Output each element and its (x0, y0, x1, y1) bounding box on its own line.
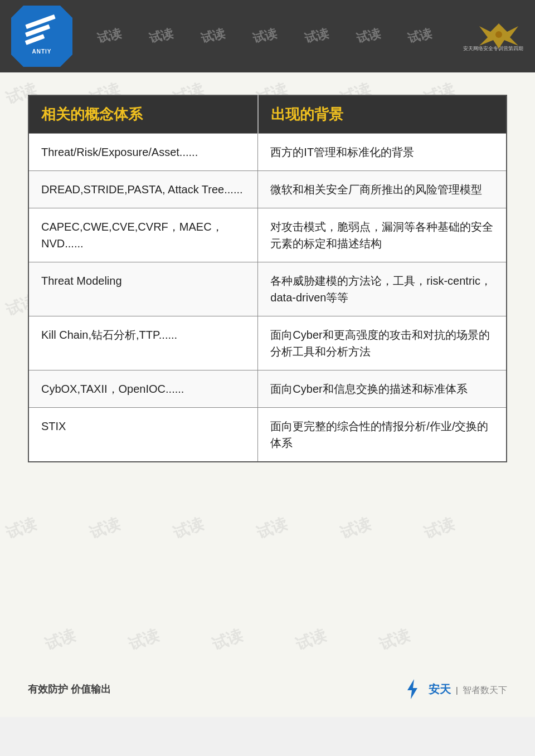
table-row: Threat/Risk/Exposure/Asset......西方的IT管理和… (28, 134, 507, 171)
cell-left-2: CAPEC,CWE,CVE,CVRF，MAEC，NVD...... (28, 208, 258, 262)
cell-right-4: 面向Cyber和更高强度的攻击和对抗的场景的分析工具和分析方法 (258, 316, 507, 370)
table-row: STIX面向更完整的综合性的情报分析/作业/交换的体系 (28, 408, 507, 462)
right-logo-icon (476, 21, 510, 43)
wm-24: 试读 (170, 514, 207, 544)
watermark-7: 试读 (406, 25, 434, 47)
col1-header: 相关的概念体系 (28, 95, 258, 134)
table-row: CybOX,TAXII，OpenIOC......面向Cyber和信息交换的描述… (28, 370, 507, 408)
watermark-5: 试读 (303, 25, 330, 47)
antiy-label: ANTIY (32, 48, 52, 55)
wm-28: 试读 (42, 625, 79, 656)
cell-left-5: CybOX,TAXII，OpenIOC...... (28, 370, 258, 408)
cell-left-3: Threat Modeling (28, 262, 258, 316)
header: ANTIY 试读 试读 试读 试读 试读 试读 试读 安天网络安全专训营第四期 (0, 0, 535, 72)
cell-right-5: 面向Cyber和信息交换的描述和标准体系 (258, 370, 507, 408)
footer-lightning-icon (402, 678, 424, 700)
footer-brand-text: 安天 | 智者数天下 (429, 682, 507, 697)
header-right-logo: 安天网络安全专训营第四期 (457, 6, 529, 67)
wm-22: 试读 (3, 514, 40, 544)
cell-right-6: 面向更完整的综合性的情报分析/作业/交换的体系 (258, 408, 507, 462)
header-watermarks: 试读 试读 试读 试读 试读 试读 试读 (72, 28, 457, 45)
wm-32: 试读 (376, 625, 413, 656)
cell-right-3: 各种威胁建模的方法论，工具，risk-centric，data-driven等等 (258, 262, 507, 316)
cell-right-1: 微软和相关安全厂商所推出的风险管理模型 (258, 171, 507, 208)
wm-30: 试读 (209, 625, 246, 656)
wm-25: 试读 (254, 514, 290, 544)
watermark-3: 试读 (199, 25, 227, 47)
watermark-1: 试读 (95, 25, 123, 47)
footer-logo: 安天 | 智者数天下 (402, 678, 507, 700)
footer-text: 有效防护 价值输出 (28, 682, 111, 696)
table-row: Threat Modeling各种威胁建模的方法论，工具，risk-centri… (28, 262, 507, 316)
watermark-4: 试读 (251, 25, 279, 47)
cell-right-0: 西方的IT管理和标准化的背景 (258, 134, 507, 171)
footer: 有效防护 价值输出 安天 | 智者数天下 (0, 678, 535, 700)
concept-table: 相关的概念体系 出现的背景 Threat/Risk/Exposure/Asset… (28, 95, 507, 462)
cell-left-0: Threat/Risk/Exposure/Asset...... (28, 134, 258, 171)
wm-26: 试读 (337, 514, 374, 544)
logo-stripes (25, 18, 59, 46)
col2-header: 出现的背景 (258, 95, 507, 134)
footer-subtext: | (456, 686, 458, 695)
cell-left-4: Kill Chain,钻石分析,TTP...... (28, 316, 258, 370)
svg-point-1 (495, 31, 502, 38)
antiy-logo: ANTIY (11, 6, 72, 67)
cell-right-2: 对攻击模式，脆弱点，漏洞等各种基础的安全元素的标定和描述结构 (258, 208, 507, 262)
wm-29: 试读 (125, 625, 162, 656)
watermark-6: 试读 (354, 25, 382, 47)
table-row: CAPEC,CWE,CVE,CVRF，MAEC，NVD......对攻击模式，脆… (28, 208, 507, 262)
wm-31: 试读 (293, 625, 329, 656)
wm-27: 试读 (421, 514, 458, 544)
main-content: 试读 试读 试读 试读 试读 试读 试读 试读 试读 试读 试读 试读 试读 试… (0, 72, 535, 717)
watermark-2: 试读 (147, 25, 175, 47)
cell-left-1: DREAD,STRIDE,PASTA, Attack Tree...... (28, 171, 258, 208)
cell-left-6: STIX (28, 408, 258, 462)
table-row: DREAD,STRIDE,PASTA, Attack Tree......微软和… (28, 171, 507, 208)
svg-marker-2 (407, 679, 417, 699)
table-row: Kill Chain,钻石分析,TTP......面向Cyber和更高强度的攻击… (28, 316, 507, 370)
wm-23: 试读 (86, 514, 123, 544)
